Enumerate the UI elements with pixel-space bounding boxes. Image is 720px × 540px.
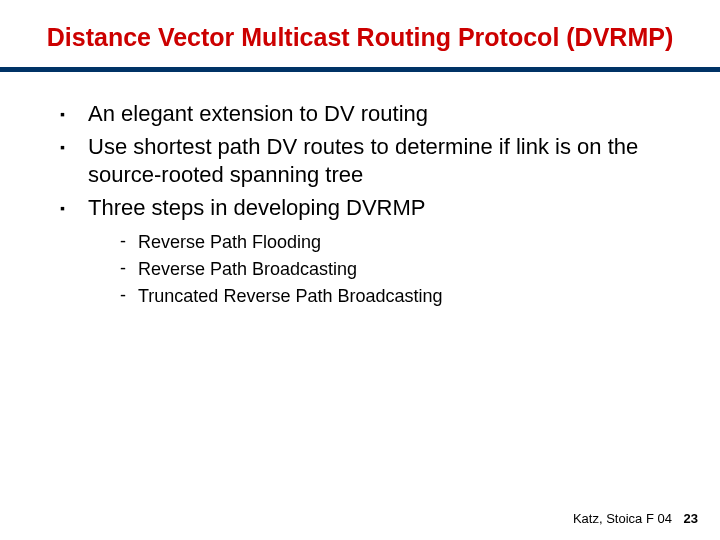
sub-bullet-text: Reverse Path Broadcasting bbox=[138, 258, 670, 281]
content-area: ▪ An elegant extension to DV routing ▪ U… bbox=[0, 72, 720, 309]
list-item: - Truncated Reverse Path Broadcasting bbox=[120, 285, 670, 308]
page-number: 23 bbox=[684, 511, 698, 526]
bullet-text: Three steps in developing DVRMP bbox=[88, 194, 670, 223]
list-item: - Reverse Path Broadcasting bbox=[120, 258, 670, 281]
title-area: Distance Vector Multicast Routing Protoc… bbox=[0, 0, 720, 67]
slide-title: Distance Vector Multicast Routing Protoc… bbox=[40, 22, 680, 53]
bullet-marker-icon: ▪ bbox=[60, 194, 88, 216]
dash-marker-icon: - bbox=[120, 285, 138, 306]
bullet-list: ▪ An elegant extension to DV routing ▪ U… bbox=[60, 100, 670, 222]
bullet-marker-icon: ▪ bbox=[60, 100, 88, 122]
footer: Katz, Stoica F 04 23 bbox=[573, 511, 698, 526]
sub-bullet-text: Truncated Reverse Path Broadcasting bbox=[138, 285, 670, 308]
sub-bullet-list: - Reverse Path Flooding - Reverse Path B… bbox=[120, 231, 670, 309]
bullet-text: Use shortest path DV routes to determine… bbox=[88, 133, 670, 190]
sub-bullet-text: Reverse Path Flooding bbox=[138, 231, 670, 254]
list-item: ▪ Three steps in developing DVRMP bbox=[60, 194, 670, 223]
dash-marker-icon: - bbox=[120, 231, 138, 252]
bullet-text: An elegant extension to DV routing bbox=[88, 100, 670, 129]
list-item: ▪ An elegant extension to DV routing bbox=[60, 100, 670, 129]
bullet-marker-icon: ▪ bbox=[60, 133, 88, 155]
dash-marker-icon: - bbox=[120, 258, 138, 279]
footer-credit: Katz, Stoica F 04 bbox=[573, 511, 672, 526]
list-item: - Reverse Path Flooding bbox=[120, 231, 670, 254]
list-item: ▪ Use shortest path DV routes to determi… bbox=[60, 133, 670, 190]
